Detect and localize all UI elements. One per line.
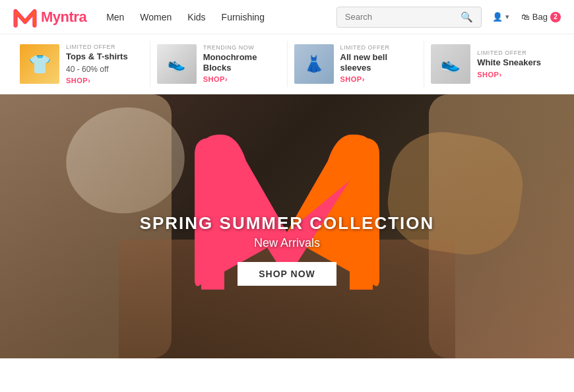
hero-banner: SPRING SUMMER COLLECTION New Arrivals SH… bbox=[0, 94, 574, 358]
promo-title-mono: Monochrome Blocks bbox=[203, 52, 280, 73]
header-icons: 👤 ▾ 🛍 Bag 2 bbox=[492, 12, 561, 22]
promo-label-mono: TRENDING NOW bbox=[203, 44, 280, 51]
promo-label-sleeve: LIMITED OFFER bbox=[340, 44, 418, 51]
promo-title-sneak: White Sneakers bbox=[477, 57, 541, 68]
profile-icon: 👤 bbox=[492, 12, 503, 22]
hero-text-block: SPRING SUMMER COLLECTION New Arrivals SH… bbox=[0, 213, 574, 286]
bag-button[interactable]: 🛍 Bag 2 bbox=[521, 12, 561, 22]
promo-text-mono: TRENDING NOW Monochrome Blocks SHOP› bbox=[203, 44, 280, 83]
promo-item-sleeve[interactable]: LIMITED OFFER All new bell sleeves SHOP› bbox=[288, 41, 425, 87]
logo[interactable]: Myntra bbox=[13, 5, 86, 29]
promo-img-tops bbox=[20, 44, 59, 84]
bag-label: Bag bbox=[532, 12, 548, 22]
profile-label: ▾ bbox=[505, 13, 509, 21]
hero-collection-title: SPRING SUMMER COLLECTION bbox=[0, 213, 574, 234]
bag-count-badge: 2 bbox=[550, 12, 561, 22]
promo-bar: LIMITED OFFER Tops & T-shirts 40 - 60% o… bbox=[0, 34, 574, 94]
promo-label-sneak: LIMITED OFFER bbox=[477, 49, 541, 56]
logo-text: Myntra bbox=[41, 9, 86, 26]
promo-img-sneak bbox=[431, 44, 470, 84]
promo-label-tops: LIMITED OFFER bbox=[66, 44, 128, 50]
nav-furnishing[interactable]: Furnishing bbox=[222, 12, 265, 22]
nav-kids[interactable]: Kids bbox=[187, 12, 205, 22]
search-input[interactable] bbox=[345, 12, 461, 22]
promo-title-sleeve: All new bell sleeves bbox=[340, 52, 418, 73]
nav-women[interactable]: Women bbox=[140, 12, 172, 22]
bag-icon: 🛍 bbox=[521, 12, 530, 22]
promo-img-mono bbox=[157, 44, 197, 84]
promo-text-sleeve: LIMITED OFFER All new bell sleeves SHOP› bbox=[340, 44, 418, 83]
search-icon: 🔍 bbox=[461, 11, 473, 23]
main-nav: Men Women Kids Furnishing bbox=[106, 12, 336, 22]
shop-now-button[interactable]: SHOP NOW bbox=[238, 262, 336, 286]
promo-text-sneak: LIMITED OFFER White Sneakers SHOP› bbox=[477, 49, 541, 79]
promo-title-tops: Tops & T-shirts bbox=[66, 51, 128, 62]
nav-men[interactable]: Men bbox=[106, 12, 124, 22]
search-bar[interactable]: 🔍 bbox=[336, 7, 482, 28]
hero-subtitle: New Arrivals bbox=[0, 236, 574, 250]
promo-sub-tops: 40 - 60% off bbox=[66, 65, 128, 74]
promo-item-tops[interactable]: LIMITED OFFER Tops & T-shirts 40 - 60% o… bbox=[13, 41, 150, 87]
promo-text-tops: LIMITED OFFER Tops & T-shirts 40 - 60% o… bbox=[66, 44, 128, 84]
promo-shop-mono[interactable]: SHOP› bbox=[203, 75, 280, 83]
promo-item-sneak[interactable]: LIMITED OFFER White Sneakers SHOP› bbox=[424, 41, 561, 87]
promo-shop-tops[interactable]: SHOP› bbox=[66, 77, 128, 84]
header: Myntra Men Women Kids Furnishing 🔍 👤 ▾ 🛍… bbox=[0, 0, 574, 34]
promo-item-mono[interactable]: TRENDING NOW Monochrome Blocks SHOP› bbox=[150, 41, 288, 87]
promo-img-sleeve bbox=[294, 44, 334, 84]
promo-shop-sleeve[interactable]: SHOP› bbox=[340, 75, 418, 83]
promo-shop-sneak[interactable]: SHOP› bbox=[477, 71, 541, 79]
profile-button[interactable]: 👤 ▾ bbox=[492, 12, 509, 22]
logo-icon bbox=[13, 5, 37, 29]
